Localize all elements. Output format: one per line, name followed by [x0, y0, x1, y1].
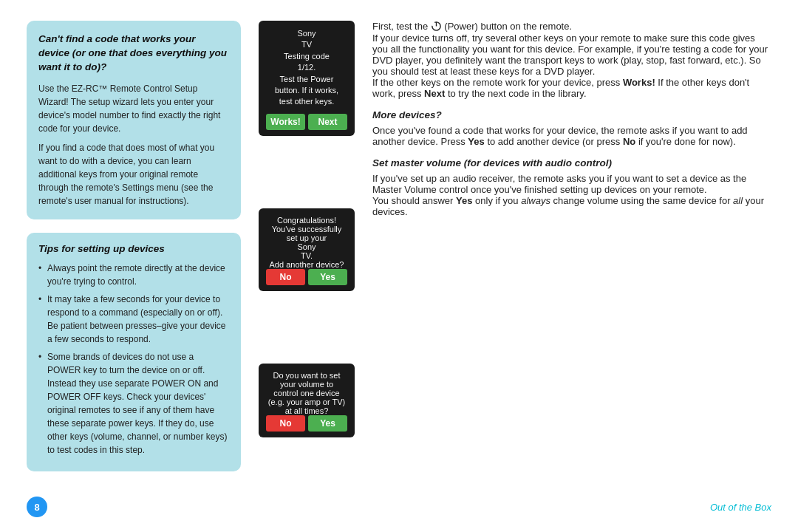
volume-screen: Do you want to set your volume to contro…	[259, 364, 355, 437]
next-bold: Next	[424, 88, 445, 99]
sony-tv-line5: Test the Power	[266, 74, 347, 85]
works-bold: Works!	[623, 77, 655, 88]
yes-button-2[interactable]: Yes	[308, 415, 347, 432]
always-italic: always	[521, 195, 550, 206]
next-button[interactable]: Next	[308, 114, 347, 130]
congrats-text: Congratulations! You've successfully set…	[266, 216, 347, 269]
no-button-2[interactable]: No	[266, 415, 305, 432]
congrats-line5: TV.	[266, 251, 347, 260]
sony-tv-line2: TV	[266, 39, 347, 50]
left-column: Can't find a code that works your device…	[27, 21, 241, 514]
volume-line2: your volume to	[266, 380, 347, 389]
footer: 8 Out of the Box	[27, 497, 771, 517]
sony-tv-line3: Testing code	[266, 51, 347, 62]
power-icon	[431, 21, 442, 32]
master-vol-para2: You should answer Yes only if you always…	[372, 195, 771, 217]
footer-text: Out of the Box	[710, 502, 771, 513]
cant-find-title: Can't find a code that works your device…	[38, 33, 229, 75]
page-container: Can't find a code that works your device…	[0, 0, 798, 532]
yes-button-1[interactable]: Yes	[308, 269, 347, 285]
master-vol-title: Set master volume (for devices with audi…	[372, 157, 771, 168]
no-bold: No	[623, 136, 635, 147]
right-mid-section: More devices? Once you've found a code t…	[372, 109, 771, 147]
volume-line3: control one device	[266, 389, 347, 398]
works-button[interactable]: Works!	[266, 114, 305, 130]
cant-find-body: Use the EZ-RC™ Remote Control Setup Wiza…	[38, 82, 229, 208]
page-number: 8	[27, 497, 47, 517]
other-keys-para: If the other keys on the remote work for…	[372, 77, 771, 99]
cant-find-p2: If you find a code that does most of wha…	[38, 141, 229, 208]
volume-line1: Do you want to set	[266, 371, 347, 380]
sony-tv-line1: Sony	[266, 28, 347, 39]
master-vol-content: Set master volume (for devices with audi…	[372, 157, 771, 217]
right-column: First, test the (Power) button on the re…	[372, 21, 771, 514]
sony-tv-screen: Sony TV Testing code 1/12. Test the Powe…	[259, 21, 355, 136]
sony-tv-line6: button. If it works,	[266, 85, 347, 96]
tips-box: Tips for setting up devices Always point…	[27, 233, 241, 471]
right-top-section: First, test the (Power) button on the re…	[372, 21, 771, 99]
congrats-line3: set up your	[266, 233, 347, 242]
tips-list: Always point the remote directly at the …	[38, 262, 229, 457]
sony-tv-buttons: Works! Next	[266, 114, 347, 130]
tip-2: It may take a few seconds for your devic…	[38, 293, 229, 346]
first-test-para: First, test the (Power) button on the re…	[372, 21, 771, 33]
cant-find-box: Can't find a code that works your device…	[27, 21, 241, 219]
more-devices-title: More devices?	[372, 109, 771, 120]
volume-buttons: No Yes	[266, 415, 347, 432]
more-devices-content: More devices? Once you've found a code t…	[372, 109, 771, 147]
sony-tv-text: Sony TV Testing code 1/12. Test the Powe…	[266, 28, 347, 108]
no-button-1[interactable]: No	[266, 269, 305, 285]
master-vol-para1: If you've set up an audio receiver, the …	[372, 173, 771, 195]
tips-title: Tips for setting up devices	[38, 243, 229, 254]
yes-bold: Yes	[468, 136, 484, 147]
sony-tv-line4: 1/12.	[266, 62, 347, 73]
right-bottom-section: Set master volume (for devices with audi…	[372, 157, 771, 217]
congrats-line2: You've successfully	[266, 225, 347, 233]
volume-line5: at all times?	[266, 406, 347, 415]
all-italic: all	[733, 195, 743, 206]
yes-bold-2: Yes	[456, 195, 472, 206]
congrats-line4: Sony	[266, 242, 347, 251]
congrats-screen: Congratulations! You've successfully set…	[259, 208, 355, 291]
sony-tv-line7: test other keys.	[266, 96, 347, 107]
cant-find-p1: Use the EZ-RC™ Remote Control Setup Wiza…	[38, 82, 229, 135]
more-devices-para: Once you've found a code that works for …	[372, 125, 771, 147]
functionality-para: If your device turns off, try several ot…	[372, 33, 771, 77]
volume-text: Do you want to set your volume to contro…	[266, 371, 347, 415]
congrats-line6: Add another device?	[266, 260, 347, 269]
mid-screens: Sony TV Testing code 1/12. Test the Powe…	[259, 21, 355, 514]
volume-line4: (e.g. your amp or TV)	[266, 398, 347, 406]
tip-1: Always point the remote directly at the …	[38, 262, 229, 288]
congrats-line1: Congratulations!	[266, 216, 347, 225]
congrats-buttons: No Yes	[266, 269, 347, 285]
tip-3: Some brands of devices do not use a POWE…	[38, 350, 229, 457]
